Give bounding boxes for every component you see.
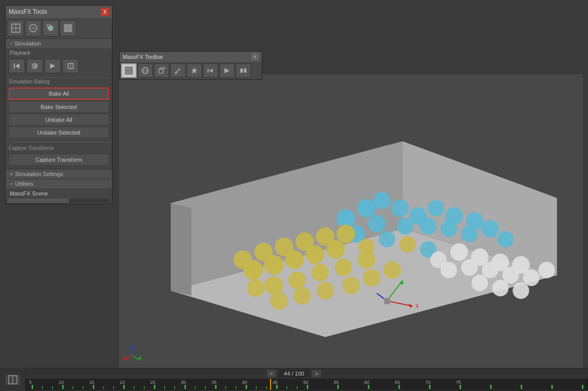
simulation-settings-label: Simulation Settings (15, 171, 63, 177)
massfx-scene-label: MassFX Scene (10, 190, 48, 197)
svg-text:15: 15 (89, 380, 94, 385)
svg-rect-112 (32, 385, 33, 389)
svg-point-53 (420, 218, 436, 234)
playback-play-btn[interactable] (44, 59, 61, 73)
svg-point-73 (247, 279, 264, 297)
svg-rect-118 (215, 385, 217, 389)
svg-rect-121 (307, 385, 308, 389)
svg-point-80 (450, 243, 468, 260)
svg-rect-133 (73, 386, 74, 389)
svg-point-87 (523, 270, 539, 286)
playback-step-back-btn[interactable] (27, 59, 43, 73)
svg-point-77 (342, 277, 359, 294)
svg-rect-139 (164, 386, 165, 389)
toolbar-title: MassFX Toolbar (123, 54, 163, 60)
svg-rect-116 (154, 385, 155, 389)
utilities-header[interactable]: − Utilities (6, 179, 112, 188)
simulation-label: Simulation (14, 40, 40, 47)
toolbar-prev-btn[interactable] (203, 63, 218, 78)
svg-rect-115 (123, 385, 125, 389)
svg-text:25: 25 (150, 380, 155, 385)
svg-marker-40 (171, 203, 191, 296)
svg-rect-119 (245, 385, 247, 389)
playback-controls (6, 57, 112, 75)
svg-rect-132 (52, 386, 53, 389)
svg-point-46 (428, 200, 444, 216)
svg-rect-128 (521, 385, 522, 389)
svg-rect-134 (82, 386, 83, 389)
simulation-section-header[interactable]: − Simulation (6, 39, 112, 48)
toolbar-icons-row (120, 62, 262, 79)
capture-transform-button[interactable]: Capture Transform (9, 154, 109, 165)
utilities-scrollbar[interactable] (8, 199, 110, 203)
panel-title: MassFX Tools (9, 8, 47, 15)
svg-rect-144 (235, 386, 236, 389)
playback-start-btn[interactable] (9, 59, 25, 73)
timeline-nav: < 44 / 100 > (0, 368, 588, 379)
world-icon-btn[interactable] (8, 20, 24, 36)
toolbar-cube-btn[interactable] (154, 63, 169, 78)
svg-rect-24 (159, 69, 163, 73)
bake-selected-button[interactable]: Bake Selected (9, 101, 109, 113)
svg-rect-11 (14, 63, 15, 69)
svg-text:20: 20 (120, 380, 125, 385)
svg-point-79 (383, 262, 401, 279)
panel-close-button[interactable]: X (101, 8, 109, 16)
svg-rect-130 (582, 385, 583, 389)
timeline-prev-button[interactable]: < (266, 370, 277, 378)
svg-point-94 (379, 231, 395, 247)
toolbar-sphere-btn[interactable] (138, 63, 153, 78)
unbake-selected-button[interactable]: Unbake Selected (9, 127, 109, 138)
svg-point-70 (334, 259, 352, 276)
simulation-settings-section: + Simulation Settings (6, 169, 112, 179)
svg-rect-131 (42, 386, 43, 389)
svg-point-52 (397, 218, 413, 234)
svg-marker-30 (191, 67, 197, 74)
svg-rect-138 (144, 386, 145, 389)
simulation-collapse-icon: − (10, 41, 12, 46)
svg-rect-145 (256, 386, 257, 389)
svg-text:70: 70 (425, 380, 431, 385)
svg-text:65: 65 (395, 380, 400, 385)
svg-rect-10 (69, 29, 72, 32)
svg-rect-117 (185, 385, 186, 389)
svg-point-74 (270, 292, 287, 310)
grid-icon-btn[interactable] (60, 20, 76, 36)
playback-label: Playback (6, 48, 112, 57)
unbake-all-button[interactable]: Unbake All (9, 114, 109, 125)
svg-point-65 (316, 227, 334, 246)
svg-marker-32 (209, 69, 213, 73)
bake-all-button[interactable]: Bake All (9, 88, 109, 100)
svg-point-78 (363, 269, 380, 287)
wrench-icon-btn[interactable] (25, 20, 41, 36)
svg-text:40: 40 (242, 380, 247, 385)
body-icon-btn[interactable] (42, 20, 59, 36)
transport-button[interactable] (5, 374, 20, 385)
toolbar-close-button[interactable]: × (252, 53, 259, 60)
svg-point-69 (311, 264, 329, 281)
svg-text:60: 60 (365, 380, 370, 385)
toolbar-spark-btn[interactable] (187, 63, 202, 78)
svg-rect-124 (398, 385, 400, 389)
toolbar-play-btn[interactable] (219, 63, 235, 78)
toolbar-stop-btn[interactable] (236, 63, 251, 78)
timeline-track[interactable]: 5 10 15 20 25 30 35 40 45 50 55 60 65 70… (0, 379, 588, 390)
playback-step-forward-btn[interactable] (62, 59, 79, 73)
svg-marker-12 (15, 63, 19, 69)
svg-point-43 (373, 192, 391, 209)
panel-icon-toolbar (6, 18, 112, 39)
toolbar-world-btn[interactable] (121, 63, 137, 78)
svg-text:75: 75 (456, 380, 461, 385)
timeline-next-button[interactable]: > (311, 370, 322, 378)
svg-rect-141 (195, 386, 196, 389)
capture-transforms-section: Capture Transforms Capture Transform (6, 142, 112, 169)
toolbar-arrow-btn[interactable] (170, 63, 186, 78)
svg-rect-164 (270, 379, 271, 390)
svg-rect-127 (490, 385, 492, 389)
scene-svg: X (119, 74, 583, 368)
svg-point-92 (538, 262, 555, 278)
baking-section-label: Simulation Baking (9, 77, 109, 85)
simulation-settings-header[interactable]: + Simulation Settings (6, 169, 112, 179)
svg-rect-136 (113, 386, 114, 389)
svg-point-93 (358, 238, 375, 255)
